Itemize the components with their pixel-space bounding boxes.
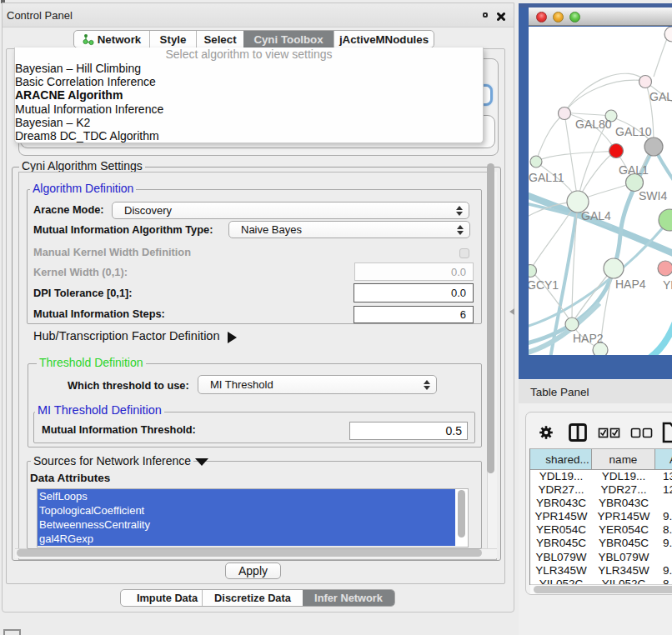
svg-text:GAL10: GAL10 [615, 125, 652, 138]
svg-text:HAP2: HAP2 [573, 332, 604, 345]
svg-text:GCY1: GCY1 [529, 278, 559, 292]
svg-text:GAL7: GAL7 [649, 90, 672, 103]
svg-text:GAL11: GAL11 [529, 171, 564, 184]
svg-text:GAL80: GAL80 [575, 118, 612, 131]
svg-text:HAP4: HAP4 [615, 278, 646, 291]
svg-text:GAL4: GAL4 [581, 209, 611, 222]
svg-text:YM: YM [663, 278, 672, 292]
svg-text:SWI4: SWI4 [639, 189, 667, 202]
svg-text:GAL1: GAL1 [619, 163, 649, 177]
